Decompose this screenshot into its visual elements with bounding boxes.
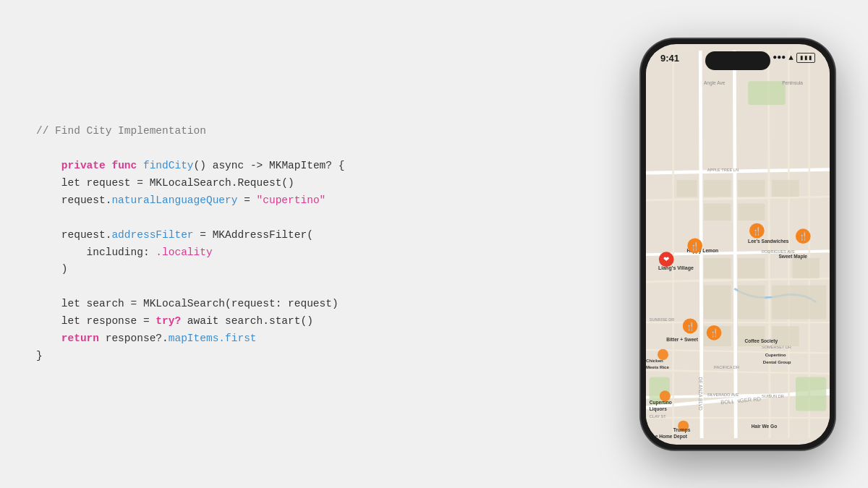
- svg-rect-19: [748, 81, 786, 105]
- code-line9: let search = MKLocalSearch(request: requ…: [36, 298, 339, 309]
- code-keyword-return: return: [36, 333, 99, 344]
- phone-frame: BOLLINGER RD DE ANZA BLVD APPLE TREE LN: [640, 38, 835, 450]
- svg-rect-20: [796, 377, 826, 411]
- code-keyword-private: private: [61, 160, 106, 171]
- svg-text:SUISUN DR: SUISUN DR: [762, 393, 784, 398]
- svg-text:SUNRISE DR: SUNRISE DR: [650, 317, 675, 322]
- code-prop-mapitems: mapItems: [169, 333, 219, 344]
- svg-text:Sweet Maple: Sweet Maple: [778, 253, 807, 259]
- code-prop-nlq: naturalLanguageQuery: [111, 194, 237, 206]
- svg-rect-31: [704, 179, 731, 197]
- svg-text:Lee's Sandwiches: Lee's Sandwiches: [748, 239, 789, 244]
- signal-icon: ●●●: [773, 53, 786, 61]
- svg-line-13: [734, 50, 736, 437]
- svg-rect-40: [704, 285, 731, 319]
- svg-text:Meets Rice: Meets Rice: [646, 364, 670, 369]
- code-funcname: findCity: [143, 160, 194, 171]
- svg-rect-37: [772, 179, 799, 197]
- svg-rect-32: [704, 203, 731, 221]
- svg-text:🍴: 🍴: [752, 226, 762, 235]
- svg-rect-36: [738, 257, 765, 278]
- svg-text:🍴: 🍴: [686, 321, 695, 330]
- svg-text:🍴: 🍴: [799, 231, 808, 241]
- svg-point-73: [660, 390, 671, 401]
- wifi-icon: ▲: [788, 53, 793, 62]
- svg-rect-38: [792, 257, 820, 278]
- svg-rect-33: [704, 257, 731, 278]
- status-time: 9:41: [660, 53, 679, 64]
- code-closing-brace: }: [36, 350, 43, 361]
- code-line5a: request.: [36, 229, 111, 241]
- code-comment: // Find City Implementation: [36, 125, 206, 137]
- code-line3a: request.: [36, 194, 111, 206]
- code-line1-rest: () async -> MKMapItem? {: [194, 160, 345, 171]
- code-keyword-func: func: [111, 160, 137, 171]
- svg-text:Dental Group: Dental Group: [763, 359, 791, 364]
- status-icons: ●●● ▲ ▮▮▮: [773, 53, 815, 63]
- svg-point-72: [658, 348, 668, 359]
- right-panel: BOLLINGER RD DE ANZA BLVD APPLE TREE LN: [622, 0, 868, 488]
- svg-text:Coffee Society: Coffee Society: [744, 338, 778, 344]
- code-line7: ): [36, 263, 68, 275]
- svg-text:Cupertino: Cupertino: [650, 400, 672, 406]
- map-background: BOLLINGER RD DE ANZA BLVD APPLE TREE LN: [646, 44, 830, 445]
- svg-text:Peninsula: Peninsula: [782, 80, 803, 85]
- svg-text:Trumps: Trumps: [673, 427, 691, 432]
- svg-text:🍴: 🍴: [690, 241, 699, 250]
- code-prop-first: .first: [218, 333, 256, 344]
- svg-line-14: [768, 50, 770, 437]
- svg-rect-42: [772, 285, 826, 319]
- code-panel: // Find City Implementation private func…: [0, 0, 622, 488]
- battery-icon: ▮▮▮: [796, 53, 815, 63]
- svg-text:Hair We Go: Hair We Go: [752, 424, 777, 429]
- svg-text:❤: ❤: [663, 255, 669, 263]
- code-prop-af: addressFilter: [111, 229, 193, 241]
- svg-text:Liquors: Liquors: [650, 406, 667, 412]
- code-line2: let request = MKLocalSearch.Request(): [36, 177, 294, 189]
- code-line10a: let response =: [36, 315, 156, 327]
- svg-rect-35: [738, 203, 765, 221]
- code-block: // Find City Implementation private func…: [36, 106, 586, 382]
- code-line1-indent: [36, 160, 61, 171]
- code-param-locality: .locality: [156, 247, 212, 258]
- svg-text:APPLE TREE LN: APPLE TREE LN: [707, 168, 739, 172]
- svg-rect-39: [676, 179, 697, 197]
- svg-text:SILVERADO AVE: SILVERADO AVE: [707, 392, 739, 396]
- svg-text:DE ANZA BLVD: DE ANZA BLVD: [698, 377, 703, 411]
- svg-text:The Home Depot: The Home Depot: [650, 434, 688, 440]
- code-string-cupertino: "cupertino": [257, 194, 326, 206]
- svg-text:Angle Ave: Angle Ave: [704, 80, 726, 85]
- svg-text:CLAY ST: CLAY ST: [650, 414, 666, 418]
- dynamic-island: [705, 51, 770, 70]
- svg-text:🍴: 🍴: [710, 328, 719, 338]
- svg-text:Cupertino: Cupertino: [765, 352, 786, 357]
- svg-rect-34: [738, 179, 765, 197]
- svg-text:PACIFICA DR: PACIFICA DR: [714, 365, 739, 369]
- svg-rect-41: [738, 285, 765, 319]
- svg-text:Bitter + Sweet: Bitter + Sweet: [666, 336, 698, 341]
- phone-screen: BOLLINGER RD DE ANZA BLVD APPLE TREE LN: [646, 44, 830, 445]
